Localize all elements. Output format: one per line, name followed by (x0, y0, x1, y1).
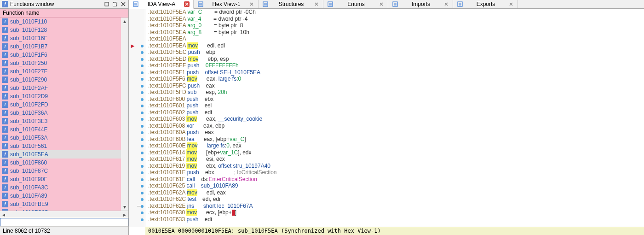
disasm-line[interactable]: .text:1010F60B lea eax, [ebp+var_C] (148, 136, 637, 143)
function-row[interactable]: fsub_1010F250 (0, 59, 128, 67)
disasm-line[interactable]: .text:1010F62E jns short loc_1010F67A (148, 203, 637, 210)
function-name[interactable]: sub_1010FC35 (10, 209, 48, 211)
tab-imports[interactable]: Imports (388, 0, 453, 8)
function-row[interactable]: fsub_1010FBE9 (0, 200, 128, 208)
breakpoint-dot-icon[interactable] (141, 51, 144, 54)
function-name[interactable]: sub_1010FA89 (10, 193, 47, 199)
disasm-line[interactable]: .text:1010F5EA var_4 = dword ptr -4 (148, 16, 637, 23)
breakpoint-dot-icon[interactable] (141, 85, 144, 88)
disasm-line[interactable]: .text:1010F601 push esi (148, 102, 637, 109)
disasm-line[interactable]: .text:1010F608 xor eax, ebp (148, 123, 637, 129)
breakpoint-dot-icon[interactable] (141, 105, 144, 107)
panel-restore-icon[interactable] (104, 1, 110, 7)
scroll-left-arrow-icon[interactable]: ◂ (0, 212, 7, 218)
function-row[interactable]: fsub_1010F110 (0, 18, 128, 26)
function-name[interactable]: sub_1010F90F (10, 176, 47, 182)
functions-filter[interactable] (0, 218, 128, 226)
disasm-line[interactable]: .text:1010F61F call ds:EnterCriticalSect… (148, 176, 637, 183)
disasm-line[interactable]: .text:1010F5EC push ebp (148, 49, 637, 56)
function-row[interactable]: fsub_1010F290 (0, 76, 128, 84)
function-row[interactable]: fsub_1010F561 (0, 142, 128, 150)
disasm-line[interactable]: .text:1010F5ED mov ebp, esp (148, 56, 637, 63)
function-name[interactable]: sub_1010FA3C (10, 184, 48, 191)
scroll-down-arrow-icon[interactable]: ▾ (121, 203, 128, 211)
disasm-line[interactable]: .text:1010F5F1 push offset SEH_1010F5EA (148, 69, 637, 76)
disasm-line[interactable]: .text:1010F62C test edi, edi (148, 196, 637, 203)
function-row[interactable]: fsub_1010FA3C (0, 183, 128, 192)
breakpoint-dot-icon[interactable] (141, 45, 144, 47)
scroll-right-arrow-icon[interactable]: ▸ (121, 212, 128, 218)
panel-close-icon[interactable] (120, 1, 126, 7)
function-row[interactable]: fsub_1010F90F (0, 175, 128, 183)
disasm-line[interactable]: .text:1010F603 mov eax, __security_cooki… (148, 116, 637, 123)
function-name[interactable]: sub_1010F2AF (10, 85, 48, 91)
tab-ida-view-a[interactable]: IDA View-A (129, 0, 194, 9)
breakpoint-dot-icon[interactable] (141, 118, 144, 121)
disasm-line[interactable]: .text:1010F633 push edi (148, 216, 637, 223)
function-name[interactable]: sub_1010F110 (10, 18, 47, 25)
function-name[interactable]: sub_1010F250 (10, 60, 47, 66)
functions-filter-input[interactable] (0, 218, 128, 226)
function-name[interactable]: sub_1010F44E (10, 126, 47, 133)
disasm-line[interactable]: .text:1010F60A push eax (148, 129, 637, 136)
disasm-line[interactable]: .text:1010F619 mov ebx, offset stru_1019… (148, 163, 637, 170)
breakpoint-dot-icon[interactable] (141, 112, 144, 114)
function-name[interactable]: sub_1010F561 (10, 143, 47, 149)
function-row[interactable]: fsub_1010F2AF (0, 84, 128, 92)
function-row[interactable]: fsub_1010F16F (0, 34, 128, 42)
function-row[interactable]: fsub_1010F36A (0, 109, 128, 117)
breakpoint-dot-icon[interactable] (141, 165, 144, 168)
disassembly-lines[interactable]: .text:1010F5EA var_C = dword ptr -0Ch.te… (145, 9, 637, 227)
function-row[interactable]: fsub_1010F87C (0, 167, 128, 175)
tab-close-icon[interactable] (184, 1, 190, 7)
disasm-line[interactable]: .text:1010F614 mov [ebp+var_1C], edx (148, 149, 637, 156)
breakpoint-dot-icon[interactable] (141, 198, 144, 201)
disasm-line[interactable]: .text:1010F5EF push 0FFFFFFFFh (148, 62, 637, 69)
disasm-line[interactable]: .text:1010F61E push ebx ; lpCriticalSect… (148, 169, 637, 176)
breakpoint-dot-icon[interactable] (141, 65, 144, 67)
breakpoint-dot-icon[interactable] (141, 131, 144, 134)
breakpoint-dot-icon[interactable] (141, 192, 144, 194)
function-name[interactable]: sub_1010F860 (10, 159, 47, 166)
function-name[interactable]: sub_1010F3E3 (10, 118, 47, 124)
disasm-line[interactable]: .text:1010F62A mov edi, eax (148, 189, 637, 196)
function-name[interactable]: sub_1010F2FD (10, 101, 48, 108)
breakpoint-dot-icon[interactable] (141, 152, 144, 154)
function-row[interactable]: fsub_1010F44E (0, 125, 128, 134)
function-name[interactable]: sub_1010F1B7 (10, 43, 47, 50)
tab-enums[interactable]: Enums (323, 0, 388, 8)
function-row[interactable]: fsub_1010F2D9 (0, 92, 128, 100)
disasm-line[interactable]: .text:1010F5EA mov edi, edi (148, 42, 637, 49)
tab-exports[interactable]: Exports (453, 0, 518, 8)
function-row[interactable]: fsub_1010F128 (0, 26, 128, 34)
function-row[interactable]: fsub_1010FC35 (0, 208, 128, 211)
functions-column-header[interactable]: Function name (0, 9, 128, 18)
disasm-line[interactable]: .text:1010F60E mov large fs:0, eax (148, 142, 637, 149)
function-row[interactable]: fsub_1010F1F6 (0, 51, 128, 59)
disasm-line[interactable]: .text:1010F5F6 mov eax, large fs:0 (148, 76, 637, 82)
breakpoint-dot-icon[interactable] (141, 91, 144, 94)
breakpoint-dot-icon[interactable] (141, 158, 144, 161)
breakpoint-dot-icon[interactable] (141, 138, 144, 141)
function-row[interactable]: fsub_1010FA89 (0, 192, 128, 200)
disassembly-view[interactable]: ►— .text:1010F5EA var_C = dword ptr -0Ch… (129, 9, 644, 235)
breakpoint-dot-icon[interactable] (141, 185, 144, 188)
function-row[interactable]: fsub_1010F53A (0, 134, 128, 142)
disasm-line[interactable]: .text:1010F600 push ebx (148, 96, 637, 103)
breakpoint-dot-icon[interactable] (141, 125, 144, 128)
function-row[interactable]: fsub_1010F860 (0, 159, 128, 167)
disasm-line[interactable]: .text:1010F602 push edi (148, 109, 637, 116)
breakpoint-dot-icon[interactable] (141, 71, 144, 74)
functions-list[interactable]: fsub_1010F110fsub_1010F128fsub_1010F16Ff… (0, 18, 128, 211)
breakpoint-dot-icon[interactable] (141, 212, 144, 214)
function-name[interactable]: sub_1010F5EA (10, 151, 48, 158)
function-name[interactable]: sub_1010F2D9 (10, 93, 48, 100)
breakpoint-dot-icon[interactable] (141, 145, 144, 147)
tab-close-icon[interactable] (249, 1, 254, 7)
panel-maximize-icon[interactable] (112, 1, 118, 7)
function-name[interactable]: sub_1010F290 (10, 76, 47, 83)
disasm-line[interactable]: .text:1010F5EA (148, 35, 637, 42)
breakpoint-dot-icon[interactable] (141, 58, 144, 61)
breakpoint-dot-icon[interactable] (141, 218, 144, 221)
disasm-line[interactable]: .text:1010F5EA var_C = dword ptr -0Ch (148, 9, 637, 16)
